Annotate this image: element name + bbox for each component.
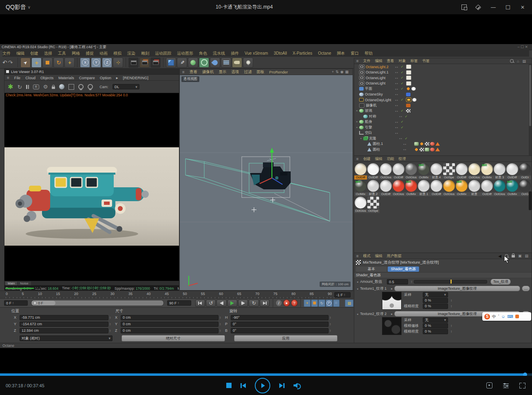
material-item[interactable]: OctDiff (455, 163, 468, 180)
object-name[interactable]: OctaneLight.2 (366, 65, 389, 69)
render-view-button[interactable] (128, 58, 139, 68)
sogou-punct-toggle[interactable]: ’ (498, 314, 499, 319)
camera-icon[interactable] (232, 58, 242, 68)
object-row[interactable]: + 玻璃 ●● ✓ (354, 108, 532, 114)
viewport-burger-icon[interactable]: ≡ (182, 70, 185, 74)
enabled-check[interactable]: ✓ (401, 87, 406, 91)
visibility-dots[interactable]: ●● (395, 77, 401, 79)
live-viewer-menu-item[interactable]: Cloud (25, 75, 35, 80)
record-parameter-toggle[interactable]: P (326, 300, 333, 307)
object-tag-icon[interactable] (406, 87, 411, 91)
frame-offset-field[interactable]: -1 F↕ (334, 292, 351, 297)
object-name[interactable]: 引擎 (365, 125, 372, 130)
material-item[interactable]: OctDiff (367, 163, 380, 180)
live-viewer-menu-item[interactable]: File (14, 75, 20, 80)
object-name[interactable]: 对称 (369, 114, 376, 119)
object-name[interactable]: 平面 (365, 86, 372, 91)
om-home-icon[interactable]: ⌂ (517, 59, 519, 63)
render-canvas[interactable] (4, 98, 179, 281)
material-item[interactable]: OctGlos (493, 180, 506, 196)
c4d-menu-item[interactable]: 编辑 (16, 51, 24, 56)
visibility-dots[interactable]: ●● (395, 104, 401, 107)
material-item[interactable]: MIX OctMix (506, 180, 519, 196)
object-tag-icon[interactable] (406, 93, 411, 96)
visibility-dots[interactable]: ●● (399, 137, 405, 140)
material-item[interactable]: OctSpe (443, 163, 455, 180)
object-name[interactable]: OctaneLight (366, 81, 386, 85)
record-pla-toggle[interactable]: ∷ (333, 300, 340, 307)
material-item[interactable]: 材质.2 (367, 180, 380, 196)
app-menu-caret-icon[interactable]: ∨ (28, 5, 31, 9)
keyframe-panel-button[interactable]: ▤ (345, 300, 353, 307)
visibility-dots[interactable]: ●● (395, 110, 401, 112)
material-item[interactable]: OctGlos (392, 180, 405, 196)
c4d-menu-item[interactable]: 脚本 (337, 51, 345, 56)
om-list-icon[interactable]: ▤ (522, 59, 526, 63)
c4d-menu-item[interactable]: 模拟 (113, 51, 121, 56)
octane-logo-icon[interactable]: ✱ (8, 83, 13, 91)
size-field[interactable]: 0 cm (121, 315, 219, 320)
lv-tab-noise[interactable]: Noise (18, 282, 31, 285)
om-scrollbar[interactable] (529, 64, 532, 155)
render-region-sphere-icon[interactable] (59, 84, 64, 89)
settings-gear-icon[interactable]: ⚙ (43, 84, 48, 90)
goto-end-button[interactable] (260, 300, 269, 307)
texture2-arrow-icon[interactable]: ▸ (391, 312, 393, 316)
viewport-canvas[interactable] (180, 75, 353, 291)
material-item[interactable]: 材质.4 (430, 163, 443, 180)
visibility-dots[interactable]: ●● (395, 132, 401, 134)
visibility-dots[interactable]: ●● (403, 143, 409, 145)
material-item[interactable]: OctDiff (506, 163, 519, 180)
enabled-check[interactable]: ✓ (401, 109, 406, 113)
blur-scale2-field[interactable]: 0 % (423, 329, 448, 334)
viewport-menu-item[interactable]: 过滤 (244, 69, 252, 75)
om-menu-item[interactable]: 书签 (422, 58, 430, 64)
object-tag-icon[interactable] (406, 70, 411, 75)
mm-menu-item[interactable]: 功能 (387, 156, 394, 162)
viewport[interactable]: ≡ 查看摄像机显示选项过滤面板ProRender +⇅◉▦ (179, 69, 353, 291)
visibility-dots[interactable]: ●● (395, 99, 401, 101)
record-key-button[interactable]: / (276, 300, 282, 306)
generator-icon[interactable] (199, 58, 209, 68)
lock-x-axis-button[interactable]: X (80, 58, 90, 68)
texture1-shader-button[interactable]: ImageTexture_图像纹理 (394, 286, 520, 291)
material-item[interactable]: OctGlos (354, 196, 367, 213)
am-menu-item[interactable]: 编辑 (375, 253, 382, 259)
enabled-check[interactable]: ✓ (401, 126, 406, 129)
enabled-check[interactable]: ✓ (401, 71, 406, 74)
viewport-menu-item[interactable]: ProRender (269, 70, 288, 74)
c4d-menu-item[interactable]: 文件 (2, 51, 11, 56)
object-name[interactable]: 空白 (365, 130, 372, 135)
am-menu-item[interactable]: 用户数据 (387, 253, 402, 259)
sample2-dropdown[interactable]: 无▾ (423, 317, 448, 323)
c4d-menu-item[interactable]: 渲染 (127, 51, 135, 56)
range-end-field[interactable]: 90 F↕ (167, 300, 191, 306)
coordinate-system-icon[interactable]: ⊹ (113, 58, 123, 68)
minimize-button[interactable]: — (487, 3, 499, 12)
object-tag-icon[interactable] (435, 148, 440, 151)
visibility-dots[interactable]: ●● (395, 88, 401, 90)
object-row[interactable]: 空白 ●● (354, 130, 532, 136)
last-tool-icon[interactable]: + (64, 58, 75, 68)
material-item[interactable]: OctDi (519, 163, 531, 180)
object-name[interactable]: 圆柱.1 (373, 141, 383, 146)
mm-scrollbar[interactable] (529, 191, 532, 210)
blur-scale-field[interactable]: 0 % (423, 304, 448, 309)
mini-mode-icon[interactable] (458, 3, 470, 12)
c4d-menu-item[interactable]: 角色 (199, 51, 207, 56)
fullscreen-button[interactable] (519, 383, 525, 388)
c4d-menu-item[interactable]: Vue xStream (245, 51, 268, 55)
object-tag-icon[interactable] (406, 109, 411, 113)
next-button[interactable] (279, 383, 285, 388)
object-name[interactable]: OctaneLight (366, 76, 386, 80)
object-name[interactable]: 玻璃 (365, 108, 372, 113)
am-list-icon[interactable]: ▤ (525, 254, 528, 258)
reset-button[interactable]: R (33, 84, 39, 89)
light-icon[interactable] (243, 58, 253, 68)
object-tag-icon[interactable] (406, 64, 411, 69)
visibility-dots[interactable]: ●● (395, 126, 401, 129)
am-lock-icon[interactable] (512, 255, 515, 257)
material-item[interactable]: OctDiff (481, 180, 493, 196)
object-tag-icon[interactable] (419, 148, 424, 151)
object-name[interactable]: 摄像机 (366, 103, 377, 108)
